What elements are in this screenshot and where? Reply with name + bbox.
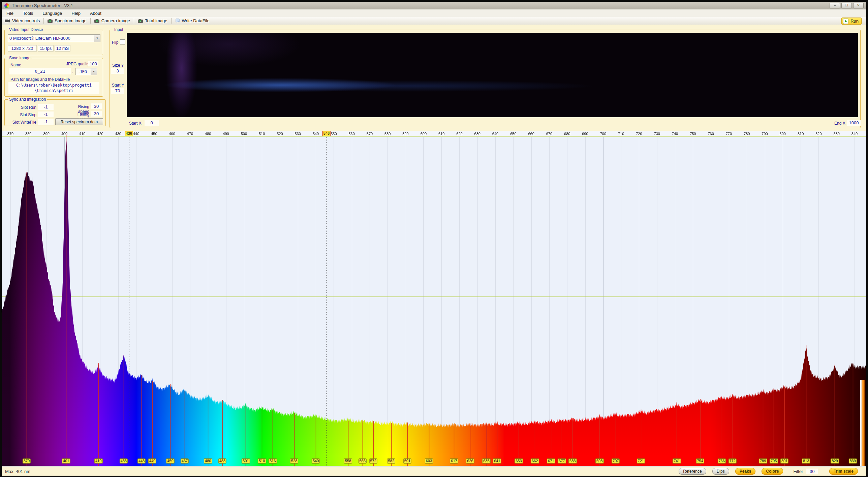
slot-stop-label: Slot Stop: [19, 113, 36, 117]
start-y-value[interactable]: 70: [111, 88, 124, 94]
slider-bar[interactable]: [862, 380, 865, 466]
reset-spectrum-button[interactable]: Reset spectrum data: [55, 118, 103, 125]
start-x-value[interactable]: 0: [145, 120, 159, 126]
max-peak-readout: Max: 401 nm: [5, 469, 30, 474]
colors-button[interactable]: Colors: [762, 468, 783, 475]
path-label: Path for Images and the DataFile: [10, 77, 70, 82]
slot-writefile-label: Slot WriteFile: [11, 120, 36, 125]
image-name-input[interactable]: 0_21: [9, 68, 71, 74]
group-save-image: Save image Name JPEG quality 100 0_21 . …: [4, 58, 103, 97]
path-box[interactable]: C:\Users\rober\Desktop\progetti \Chimica…: [8, 82, 99, 94]
maximize-button[interactable]: ❐: [841, 3, 852, 8]
video-device-select[interactable]: 0 Microsoft® LifeCam HD-3000 ▼: [8, 34, 100, 42]
filter-value[interactable]: 30: [806, 469, 818, 474]
video-camera-icon: [5, 19, 10, 23]
scale-slider[interactable]: [860, 380, 865, 466]
end-x-label: End X: [834, 121, 845, 126]
toolbar-spectrum-image[interactable]: Spectrum image: [44, 17, 90, 25]
menu-file[interactable]: File: [2, 11, 18, 16]
resolution-value: 1280 x 720: [8, 45, 37, 52]
toolbar-total-image[interactable]: Total image: [135, 17, 170, 25]
camera-icon: [48, 19, 53, 23]
path-line2: \Chimica\spettri: [34, 88, 73, 93]
status-controls: Reference Dips Peaks Colors Filter 30 Tr…: [673, 468, 858, 475]
window-title: Theremino Spectrometer - V3.1: [12, 3, 73, 8]
jpeg-quality-value[interactable]: 100: [88, 61, 98, 66]
falling-speed-value[interactable]: 30: [91, 111, 102, 117]
slot-writefile-value[interactable]: -1: [38, 119, 54, 125]
play-icon: [843, 19, 848, 24]
toolbar-separator: [171, 18, 172, 24]
toolbar: Video controls Spectrum image Camera ima…: [2, 17, 866, 25]
toolbar-separator: [90, 18, 91, 24]
toolbar-write-datafile[interactable]: Write DataFile: [172, 17, 213, 25]
slot-stop-value[interactable]: -1: [38, 112, 54, 117]
camera-icon: [138, 19, 143, 23]
reference-button[interactable]: Reference: [679, 468, 706, 475]
group-video-input-device: Video Input Device 0 Microsoft® LifeCam …: [4, 30, 103, 55]
format-select[interactable]: JPG ▼: [75, 68, 97, 75]
minimize-button[interactable]: –: [830, 3, 840, 8]
filter-label: Filter: [793, 469, 803, 474]
slot-run-label: Slot Run: [19, 105, 36, 110]
toolbar-label: Spectrum image: [55, 18, 87, 23]
toolbar-label: Write DataFile: [182, 18, 210, 23]
menu-help[interactable]: Help: [67, 11, 85, 16]
menu-tools[interactable]: Tools: [18, 11, 38, 16]
close-button[interactable]: ✕: [853, 3, 864, 8]
latency-value: 12 mS: [55, 45, 70, 52]
format-value: JPG: [76, 68, 91, 75]
menu-bar: File Tools Language Help About: [2, 9, 866, 17]
toolbar-label: Camera image: [101, 18, 130, 23]
chevron-down-icon[interactable]: ▼: [94, 35, 100, 42]
run-label: Run: [850, 19, 859, 24]
dot-separator: .: [72, 69, 73, 74]
datafile-icon: [175, 19, 180, 23]
camera-icon: [94, 19, 99, 23]
camera-image[interactable]: [127, 33, 858, 117]
menu-language[interactable]: Language: [38, 11, 67, 16]
app-window: Theremino Spectrometer - V3.1 – ❐ ✕ File…: [0, 0, 868, 477]
spectrum-chart[interactable]: [2, 131, 866, 467]
flip-label: Flip: [112, 40, 118, 45]
name-label: Name: [10, 63, 21, 67]
start-x-label: Start X: [129, 121, 142, 126]
group-title: Input: [113, 27, 125, 32]
start-y-label: Start Y: [112, 83, 124, 88]
rising-speed-value[interactable]: 30: [91, 103, 102, 109]
toolbar-camera-image[interactable]: Camera image: [91, 17, 133, 25]
toolbar-label: Total image: [145, 18, 167, 23]
group-sync-integration: Sync and integration Slot Run -1 Slot St…: [4, 99, 106, 126]
video-device-value: 0 Microsoft® LifeCam HD-3000: [8, 35, 94, 42]
group-title: Save image: [8, 56, 32, 60]
fps-value: 15 fps: [38, 45, 54, 52]
trim-scale-button[interactable]: Trim scale: [829, 468, 858, 475]
chevron-down-icon[interactable]: ▼: [91, 68, 97, 75]
group-title: Video Input Device: [8, 27, 44, 32]
peaks-button[interactable]: Peaks: [735, 468, 756, 475]
toolbar-separator: [43, 18, 44, 24]
flip-checkbox[interactable]: [120, 39, 125, 44]
jpeg-quality-label: JPEG quality: [66, 62, 89, 66]
size-y-value[interactable]: 3: [111, 68, 124, 74]
toolbar-separator: [134, 18, 134, 24]
path-line1: C:\Users\rober\Desktop\progetti: [16, 83, 92, 88]
menu-about[interactable]: About: [85, 11, 106, 16]
toolbar-label: Video controls: [12, 18, 40, 23]
run-button[interactable]: Run: [841, 18, 862, 25]
spectrum-canvas[interactable]: [2, 131, 866, 467]
end-x-value[interactable]: 1000: [847, 120, 861, 126]
title-bar[interactable]: Theremino Spectrometer - V3.1 – ❐ ✕: [2, 2, 866, 10]
group-title: Sync and integration: [8, 97, 47, 102]
dips-button[interactable]: Dips: [712, 468, 729, 475]
slot-run-value[interactable]: -1: [38, 104, 54, 110]
app-icon: [4, 3, 9, 8]
toolbar-video-controls[interactable]: Video controls: [2, 17, 43, 25]
size-y-label: Size Y: [112, 63, 124, 68]
